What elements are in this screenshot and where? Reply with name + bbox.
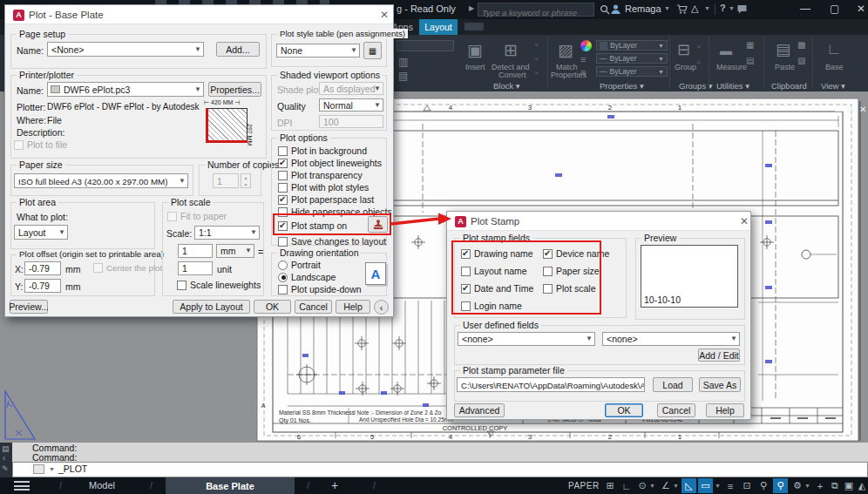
logo-dropdown-caret-icon[interactable]: ▼: [704, 5, 710, 11]
linetype-bylayer-dropdown[interactable]: —ByLayer▼: [596, 66, 668, 77]
panel-block[interactable]: Block ▾: [493, 81, 520, 91]
block-small-icon-2[interactable]: ▫: [535, 54, 539, 64]
help-button[interactable]: Help: [336, 300, 370, 314]
chevron-right-icon[interactable]: ▶: [469, 4, 474, 12]
style-table-dropdown[interactable]: None▼: [276, 44, 360, 58]
checkbox-save-changes-to-layout[interactable]: Save changes to layout: [278, 236, 386, 247]
layout-menu-icon[interactable]: [14, 481, 30, 491]
tab-base-plate[interactable]: Base Plate: [166, 477, 295, 494]
command-input[interactable]: ▼ _PLOT: [12, 462, 868, 477]
signed-in-user[interactable]: Remaga: [625, 3, 661, 14]
group-small-icon-1[interactable]: ▫: [697, 42, 701, 51]
edit-style-table-button[interactable]: ▦: [363, 42, 382, 59]
snap-mode-icon[interactable]: ⊞: [603, 478, 617, 493]
scale-unit-dropdown[interactable]: mm▼: [216, 244, 254, 258]
less-options-button[interactable]: ‹: [374, 300, 389, 315]
drawing-close-button[interactable]: ✕: [859, 105, 866, 114]
polar-caret-icon[interactable]: ▼: [649, 483, 655, 489]
apply-to-layout-button[interactable]: Apply to Layout: [173, 300, 250, 314]
polar-tracking-icon[interactable]: ⊙: [635, 478, 649, 493]
panel-view[interactable]: View ▾: [821, 81, 845, 91]
clipboard-small-icon-2[interactable]: ▨: [797, 56, 805, 65]
cmd-gutter-icon-2[interactable]: ‹: [3, 453, 5, 463]
what-to-plot-dropdown[interactable]: Layout▼: [14, 225, 68, 240]
shade-plot-dropdown[interactable]: As displayed▼: [319, 82, 383, 95]
add-edit-button[interactable]: Add / Edit: [698, 349, 740, 362]
printer-name-dropdown[interactable]: DWF6 ePlot.pc3▼: [47, 82, 204, 97]
lineweight-rows-icon[interactable]: ≡: [580, 54, 586, 64]
checkbox-plot-paperspace-last[interactable]: Plot paperspace last: [278, 194, 374, 205]
scale-numerator-input[interactable]: 1: [178, 244, 213, 258]
block-small-icon-1[interactable]: ▫: [535, 40, 539, 50]
maximize-button[interactable]: ▢: [830, 3, 839, 15]
minimize-button[interactable]: —: [800, 3, 810, 15]
checkbox-plot-in-background[interactable]: Plot in background: [278, 145, 367, 156]
panel-properties[interactable]: Properties ▾: [600, 81, 644, 91]
osnap-caret-icon[interactable]: ▼: [715, 483, 721, 489]
annotation-scale-icon[interactable]: ⚲: [773, 478, 788, 493]
quick-properties-icon[interactable]: ⧉: [828, 478, 842, 493]
autodesk-logo-icon[interactable]: △: [691, 3, 698, 14]
object-snap-tracking-icon[interactable]: ◺: [682, 478, 696, 493]
search-input[interactable]: [478, 7, 593, 19]
cmd-gutter-icon-3[interactable]: ✎: [2, 464, 9, 473]
plot-dialog-titlebar[interactable]: A Plot - Base Plate ✕: [5, 5, 393, 24]
color-wheel-icon[interactable]: [580, 40, 592, 51]
match-properties-icon[interactable]: ▨: [558, 40, 573, 60]
plot-dialog-close-icon[interactable]: ✕: [380, 9, 389, 21]
checkbox-plot-upside-down[interactable]: Plot upside-down: [278, 284, 362, 294]
measure-icon[interactable]: ▬: [720, 44, 732, 58]
measure-label[interactable]: Measure: [716, 63, 747, 71]
dpi-input[interactable]: 100: [319, 115, 383, 128]
ok-button[interactable]: OK: [254, 300, 291, 314]
add-pagesetup-button[interactable]: Add...: [216, 42, 260, 57]
group-small-icon-2[interactable]: ▫: [697, 58, 701, 67]
graphics-performance-icon[interactable]: ◭: [855, 478, 868, 493]
drawing-restore-button[interactable]: ⧉: [847, 105, 853, 115]
tab-layout[interactable]: Layout: [419, 19, 458, 35]
copies-spinner[interactable]: ▲▼: [241, 173, 251, 188]
stamp-help-button[interactable]: Help: [706, 403, 744, 417]
paste-label[interactable]: Paste: [775, 63, 795, 71]
workspace-caret-icon[interactable]: ▼: [804, 483, 810, 489]
help-icon[interactable]: ?: [720, 3, 726, 13]
selection-cycling-icon[interactable]: ⊡: [740, 478, 754, 493]
lineweight-display-icon[interactable]: ≡: [723, 478, 737, 493]
cancel-button[interactable]: Cancel: [295, 300, 332, 314]
layer-icon[interactable]: ▥: [398, 56, 408, 68]
center-plot-checkbox[interactable]: Center the plot: [93, 263, 162, 273]
close-app-button[interactable]: ✕: [857, 3, 865, 15]
linetype-rows-icon[interactable]: ≡: [580, 67, 586, 78]
panel-groups[interactable]: Groups ▾: [679, 81, 713, 91]
offset-y-input[interactable]: -0.79: [24, 279, 61, 293]
stamp-dialog-close-icon[interactable]: ✕: [740, 215, 749, 227]
preview-button[interactable]: Preview...: [10, 300, 48, 314]
paste-icon[interactable]: ▤: [776, 40, 790, 59]
user-field-1-dropdown[interactable]: <none>▼: [458, 332, 595, 346]
stamp-ok-button[interactable]: OK: [605, 403, 643, 417]
pagesetup-name-dropdown[interactable]: <None>▼: [47, 42, 204, 57]
search-icon[interactable]: [600, 4, 610, 15]
base-label[interactable]: Base: [825, 63, 844, 71]
utilities-small-icon-2[interactable]: ▤: [746, 56, 754, 65]
user-icon[interactable]: [610, 3, 621, 15]
isodraft-icon[interactable]: ∠: [659, 478, 673, 493]
quality-dropdown[interactable]: Normal▼: [319, 98, 383, 112]
clipboard-small-icon-1[interactable]: ▩: [797, 40, 805, 50]
annotation-monitor-icon[interactable]: ⚲: [756, 478, 770, 493]
tab-extra-icon[interactable]: [465, 23, 484, 30]
offset-x-input[interactable]: -0.79: [24, 261, 61, 275]
block-small-icon-3[interactable]: ▫: [535, 68, 539, 78]
radio-portrait[interactable]: Portrait: [278, 260, 321, 270]
tab-model[interactable]: Model: [89, 480, 115, 491]
base-view-icon[interactable]: ∟: [826, 40, 842, 58]
isolate-objects-icon[interactable]: ▣: [842, 478, 856, 493]
panel-utilities[interactable]: Utilities ▾: [716, 81, 749, 91]
detect-label-2[interactable]: Convert: [498, 71, 526, 79]
user-field-2-dropdown[interactable]: <none>▼: [602, 332, 740, 346]
help-dropdown-caret-icon[interactable]: ▼: [729, 5, 735, 11]
workspace-gear-icon[interactable]: ⚙: [790, 478, 804, 493]
scale-denominator-input[interactable]: 1: [178, 261, 213, 275]
plot-to-file-checkbox[interactable]: Plot to file: [14, 139, 67, 150]
fit-to-paper-checkbox[interactable]: Fit to paper: [167, 211, 227, 221]
